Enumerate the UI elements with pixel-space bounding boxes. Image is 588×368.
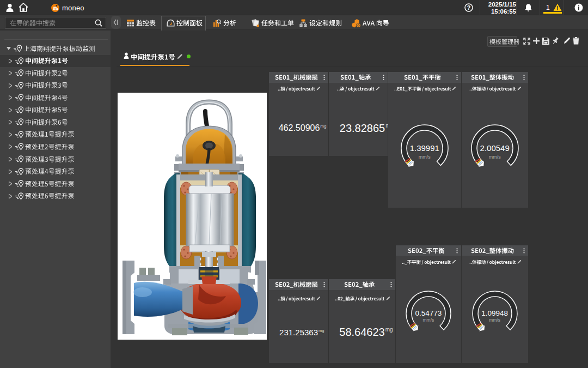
svg-text:?: ? — [467, 4, 470, 11]
